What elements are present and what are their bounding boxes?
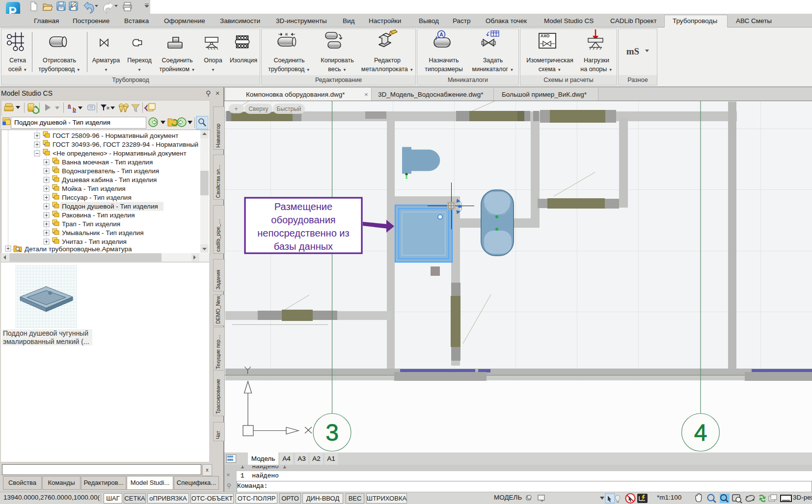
svg-text:A: A — [439, 32, 443, 37]
svg-text:Быстрый: Быстрый — [277, 106, 301, 112]
svg-text:Сверху: Сверху — [248, 106, 268, 112]
svg-text:b: b — [73, 106, 76, 112]
svg-text:3: 3 — [325, 420, 339, 446]
svg-text:Умывальник - Тип изделия: Умывальник - Тип изделия — [62, 229, 144, 237]
svg-text:Унитаз - Тип изделия: Унитаз - Тип изделия — [62, 238, 127, 245]
svg-text:Мойка - Тип изделия: Мойка - Тип изделия — [62, 185, 126, 192]
svg-text:+: + — [234, 106, 238, 112]
svg-text:Поддон душевой - Тип изделия: Поддон душевой - Тип изделия — [62, 203, 158, 210]
svg-text:Писсуар - Тип изделия: Писсуар - Тип изделия — [62, 194, 132, 201]
svg-text:Водонагреватель - Тип изделия: Водонагреватель - Тип изделия — [62, 167, 159, 175]
svg-text:Душевая кабина - Тип изделия: Душевая кабина - Тип изделия — [62, 176, 157, 184]
svg-text:непосредственно из: непосредственно из — [257, 228, 349, 239]
svg-text:базы данных: базы данных — [274, 241, 333, 252]
svg-text:4: 4 — [694, 420, 707, 446]
svg-text:a: a — [68, 103, 71, 108]
svg-text:Размещение: Размещение — [274, 201, 332, 212]
svg-text:Трап - Тип изделия: Трап - Тип изделия — [62, 220, 120, 228]
svg-text:Детали трубопроводные.Арматура: Детали трубопроводные.Арматура — [25, 245, 132, 253]
svg-text:=: = — [107, 106, 109, 111]
svg-text:AXO: AXO — [541, 33, 550, 38]
svg-text:mS: mS — [626, 46, 639, 56]
svg-text:ГОСТ 30493-96, ГОСТ 23289-94 -: ГОСТ 30493-96, ГОСТ 23289-94 - Нормативн… — [53, 141, 208, 148]
svg-text:<Не определено> - Нормативный: <Не определено> - Нормативный документ — [53, 150, 187, 157]
svg-text:Раковина - Тип изделия: Раковина - Тип изделия — [62, 212, 135, 219]
svg-text:оборудования: оборудования — [271, 214, 335, 225]
svg-text:ГОСТ 25809-96 - Нормативный до: ГОСТ 25809-96 - Нормативный документ — [53, 132, 178, 139]
svg-text:Ванна моечная - Тип изделия: Ванна моечная - Тип изделия — [62, 159, 153, 166]
